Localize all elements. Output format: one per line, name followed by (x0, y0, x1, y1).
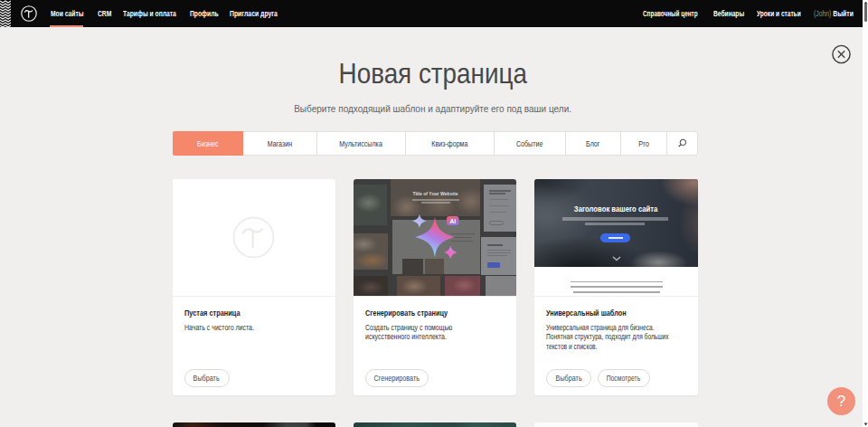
svg-text:AI: AI (449, 217, 456, 223)
